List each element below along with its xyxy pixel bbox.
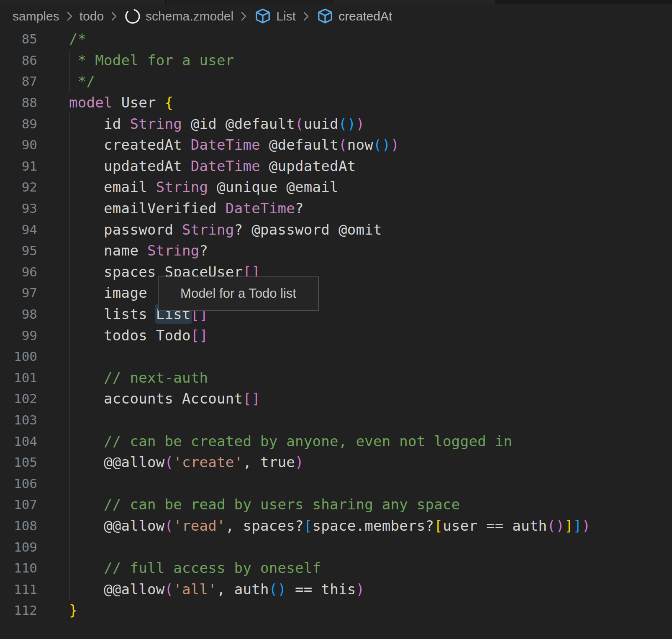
code-line[interactable]: 109	[0, 536, 672, 557]
code-line[interactable]: 101 // next-auth	[0, 367, 672, 389]
code-line[interactable]: 110 // full access by oneself	[0, 557, 672, 579]
code-token: password	[69, 221, 182, 238]
code-line[interactable]: 90 createdAt DateTime @default(now())	[0, 134, 672, 156]
line-number[interactable]: 108	[0, 518, 37, 533]
breadcrumb-item-createdat-symbol[interactable]: createdAt	[316, 8, 392, 25]
line-number[interactable]: 109	[0, 539, 37, 555]
line-number[interactable]: 103	[0, 412, 37, 427]
code-token: [	[434, 517, 443, 534]
code-line[interactable]: 105 @@allow('create', true)	[0, 452, 672, 473]
code-line[interactable]: 92 email String @unique @email	[0, 176, 672, 198]
code-line[interactable]: 91 updatedAt DateTime @updatedAt	[0, 156, 672, 177]
code-line[interactable]: 103	[0, 409, 672, 431]
code-line[interactable]: 94 password String? @password @omit	[0, 219, 672, 240]
line-number[interactable]: 105	[0, 455, 37, 470]
line-number[interactable]: 97	[0, 285, 37, 300]
code-token: )	[391, 136, 400, 153]
code-token: @unique @email	[208, 179, 339, 195]
code-token: * Model for a user	[69, 52, 234, 69]
code-line[interactable]: 85/*	[0, 28, 672, 50]
code-line[interactable]: 89 id String @id @default(uuid())	[0, 113, 672, 134]
breadcrumb-item-list-symbol[interactable]: List	[254, 8, 296, 25]
line-number[interactable]: 95	[0, 243, 37, 258]
chevron-right-icon	[302, 10, 310, 23]
code-line[interactable]: 111 @@allow('all', auth() == this)	[0, 578, 672, 600]
code-token: {	[164, 94, 173, 111]
line-number[interactable]: 99	[0, 328, 37, 343]
code-line[interactable]: 100	[0, 346, 672, 367]
code-line[interactable]: 86 * Model for a user	[0, 50, 672, 71]
code-line[interactable]: 93 emailVerified DateTime?	[0, 198, 672, 219]
line-number[interactable]: 110	[0, 560, 37, 575]
line-number[interactable]: 107	[0, 497, 37, 512]
code-token: String	[130, 115, 182, 132]
breadcrumb-item-todo[interactable]: todo	[80, 9, 104, 23]
line-number[interactable]: 90	[0, 137, 37, 152]
code-line[interactable]: 97 image	[0, 282, 672, 304]
indent-guide	[69, 113, 70, 600]
code-token: == this	[286, 581, 356, 598]
code-line[interactable]: 88model User {	[0, 92, 672, 113]
code-line[interactable]: 102 accounts Account[]	[0, 388, 672, 409]
code-token: @@allow	[69, 454, 164, 470]
code-token: updatedAt	[69, 158, 191, 174]
code-token: (	[164, 581, 173, 598]
code-token: DateTime	[226, 200, 295, 217]
line-number[interactable]: 86	[0, 53, 37, 68]
code-line-text: createdAt DateTime @default(now())	[69, 136, 399, 153]
code-token: (	[295, 115, 304, 132]
code-token: String	[147, 242, 200, 259]
line-number[interactable]: 89	[0, 116, 37, 131]
breadcrumb-label: List	[276, 9, 296, 23]
line-number[interactable]: 106	[0, 476, 37, 491]
line-number[interactable]: 100	[0, 349, 37, 364]
code-token: image	[69, 284, 147, 301]
code-token: email	[69, 179, 156, 195]
code-line[interactable]: 107 // can be read by users sharing any …	[0, 494, 672, 515]
line-number[interactable]: 88	[0, 95, 37, 110]
line-number[interactable]: 93	[0, 201, 37, 216]
code-line[interactable]: 112}	[0, 600, 672, 621]
code-line[interactable]: 96 spaces SpaceUser[]	[0, 261, 672, 283]
code-token: String	[156, 179, 208, 195]
code-token: // can be created by anyone, even not lo…	[69, 433, 512, 450]
code-token: // full access by oneself	[69, 560, 321, 576]
code-line[interactable]: 104 // can be created by anyone, even no…	[0, 430, 672, 452]
line-number[interactable]: 98	[0, 307, 37, 322]
code-token: @@allow	[69, 581, 164, 598]
code-line[interactable]: 87 */	[0, 71, 672, 92]
line-number[interactable]: 85	[0, 31, 37, 46]
code-token: DateTime	[191, 158, 260, 174]
code-line-text: name String?	[69, 242, 208, 259]
line-number[interactable]: 102	[0, 391, 37, 406]
line-number[interactable]: 92	[0, 179, 37, 194]
code-token: @@allow	[69, 517, 164, 534]
line-number[interactable]: 112	[0, 603, 37, 618]
code-line[interactable]: 98 lists List[]	[0, 304, 672, 325]
line-number[interactable]: 94	[0, 222, 37, 237]
code-token: ()	[373, 136, 391, 153]
code-line-text: image	[69, 284, 147, 301]
line-number[interactable]: 101	[0, 370, 37, 385]
line-number[interactable]: 91	[0, 158, 37, 174]
code-line-text: password String? @password @omit	[69, 221, 382, 238]
code-line[interactable]: 108 @@allow('read', spaces?[space.member…	[0, 515, 672, 537]
line-number[interactable]: 111	[0, 582, 37, 597]
line-number[interactable]: 87	[0, 74, 37, 89]
tab-segment	[0, 0, 166, 4]
code-line[interactable]: 99 todos Todo[]	[0, 325, 672, 346]
code-token: model	[69, 94, 113, 111]
code-line-text: // can be read by users sharing any spac…	[69, 496, 460, 513]
line-number[interactable]: 104	[0, 434, 37, 449]
line-number[interactable]: 96	[0, 264, 37, 279]
code-line[interactable]: 95 name String?	[0, 240, 672, 261]
breadcrumb-item-file[interactable]: schema.zmodel	[124, 8, 233, 25]
code-line[interactable]: 106	[0, 473, 672, 494]
code-token: createdAt	[69, 136, 191, 153]
breadcrumb-item-samples[interactable]: samples	[13, 9, 59, 23]
breadcrumb-label: createdAt	[339, 9, 392, 23]
code-editor[interactable]: 85/*86 * Model for a user87 */88model Us…	[0, 28, 672, 639]
symbol-class-icon	[316, 8, 334, 25]
tab-bar-strip	[0, 0, 672, 4]
code-line-text: // full access by oneself	[69, 560, 321, 576]
